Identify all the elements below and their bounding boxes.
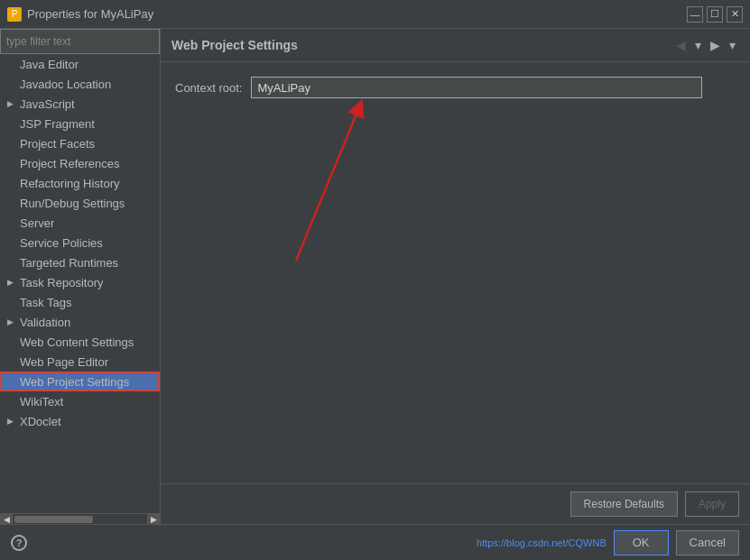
left-panel: Java EditorJavadoc Location▶JavaScriptJS… xyxy=(0,29,161,524)
title-bar-title: Properties for MyALiPay xyxy=(27,7,687,21)
tree-item-run-debug-settings[interactable]: Run/Debug Settings xyxy=(0,193,160,213)
arrow-annotation xyxy=(242,89,386,272)
tree-item-wikitext[interactable]: WikiText xyxy=(0,391,160,411)
nav-buttons: ◀ ▾ ▶ ▾ xyxy=(672,36,739,54)
tree-item-label: Task Tags xyxy=(20,296,72,309)
cancel-button[interactable]: Cancel xyxy=(676,530,739,555)
tree-item-label: Web Project Settings xyxy=(20,375,129,389)
title-bar: P Properties for MyALiPay — ☐ ✕ xyxy=(0,0,750,29)
tree-item-label: JavaScript xyxy=(20,97,75,111)
tree-item-task-tags[interactable]: Task Tags xyxy=(0,292,160,312)
tree-item-arrow: ▶ xyxy=(7,317,18,326)
tree-item-xdoclet[interactable]: ▶XDoclet xyxy=(0,411,160,431)
right-panel: Web Project Settings ◀ ▾ ▶ ▾ Context roo… xyxy=(161,29,750,524)
tree-item-label: Server xyxy=(20,216,54,230)
scroll-track xyxy=(14,516,145,523)
tree-item-project-facets[interactable]: Project Facets xyxy=(0,133,160,153)
tree-item-jsp-fragment[interactable]: JSP Fragment xyxy=(0,114,160,133)
tree-item-javascript[interactable]: ▶JavaScript xyxy=(0,94,160,114)
maximize-button[interactable]: ☐ xyxy=(707,6,723,23)
tree-item-server[interactable]: Server xyxy=(0,213,160,233)
right-content: Context root: xyxy=(161,62,750,483)
tree-item-web-content-settings[interactable]: Web Content Settings xyxy=(0,332,160,352)
tree-item-label: Web Content Settings xyxy=(20,335,134,349)
nav-forward-dropdown-button[interactable]: ▾ xyxy=(726,36,739,54)
tree-item-label: Targeted Runtimes xyxy=(20,256,118,270)
tree-item-label: Task Repository xyxy=(20,276,103,289)
context-root-label: Context root: xyxy=(175,81,242,95)
tree-item-label: Project References xyxy=(20,157,120,170)
tree-item-label: Validation xyxy=(20,316,70,329)
context-root-row: Context root: xyxy=(175,77,736,98)
tree-item-web-project-settings[interactable]: Web Project Settings xyxy=(0,372,160,391)
scroll-right-arrow[interactable]: ▶ xyxy=(147,514,160,525)
bottom-bar: ? https://blog.csdn.net/CQWNB OK Cancel xyxy=(0,524,750,560)
horizontal-scrollbar[interactable]: ◀ ▶ xyxy=(0,513,160,524)
tree-item-arrow: ▶ xyxy=(7,99,18,108)
bottom-left: ? xyxy=(11,535,27,551)
bottom-link: https://blog.csdn.net/CQWNB xyxy=(477,537,606,548)
apply-button[interactable]: Apply xyxy=(685,491,739,517)
tree-item-project-references[interactable]: Project References xyxy=(0,153,160,173)
tree-item-label: Web Page Editor xyxy=(20,355,108,369)
tree-item-label: JSP Fragment xyxy=(20,117,95,131)
nav-back-button[interactable]: ◀ xyxy=(672,36,690,54)
scroll-thumb xyxy=(14,516,93,523)
minimize-button[interactable]: — xyxy=(687,6,703,23)
arrow-svg xyxy=(242,89,386,270)
tree-item-label: Refactoring History xyxy=(20,177,120,190)
tree-item-service-policies[interactable]: Service Policies xyxy=(0,233,160,252)
tree-item-refactoring-history[interactable]: Refactoring History xyxy=(0,173,160,193)
tree-item-java-editor[interactable]: Java Editor xyxy=(0,54,160,74)
tree-item-label: WikiText xyxy=(20,395,63,409)
help-icon[interactable]: ? xyxy=(11,535,27,551)
tree-item-task-repository[interactable]: ▶Task Repository xyxy=(0,272,160,292)
tree-item-label: Java Editor xyxy=(20,58,79,71)
dialog-body: Java EditorJavadoc Location▶JavaScriptJS… xyxy=(0,29,750,524)
tree-container: Java EditorJavadoc Location▶JavaScriptJS… xyxy=(0,54,160,513)
tree-item-arrow: ▶ xyxy=(7,278,18,287)
title-bar-buttons: — ☐ ✕ xyxy=(687,6,743,23)
tree-item-web-page-editor[interactable]: Web Page Editor xyxy=(0,352,160,372)
tree-item-label: Project Facets xyxy=(20,137,95,151)
right-header: Web Project Settings ◀ ▾ ▶ ▾ xyxy=(161,29,750,62)
restore-defaults-button[interactable]: Restore Defaults xyxy=(570,491,678,517)
nav-dropdown-button[interactable]: ▾ xyxy=(691,36,705,54)
app-icon: P xyxy=(7,7,22,22)
tree-item-targeted-runtimes[interactable]: Targeted Runtimes xyxy=(0,252,160,272)
filter-input[interactable] xyxy=(0,29,160,54)
tree-item-validation[interactable]: ▶Validation xyxy=(0,312,160,332)
bottom-right: https://blog.csdn.net/CQWNB OK Cancel xyxy=(477,530,739,555)
context-root-input[interactable] xyxy=(251,77,702,98)
tree-item-label: XDoclet xyxy=(20,415,61,428)
tree-item-arrow: ▶ xyxy=(7,417,18,426)
panel-title: Web Project Settings xyxy=(171,38,298,52)
tree-item-javadoc-location[interactable]: Javadoc Location xyxy=(0,74,160,94)
tree-item-label: Javadoc Location xyxy=(20,78,111,91)
tree-item-label: Run/Debug Settings xyxy=(20,197,125,210)
right-footer: Restore Defaults Apply xyxy=(161,483,750,524)
close-button[interactable]: ✕ xyxy=(727,6,743,23)
scroll-left-arrow[interactable]: ◀ xyxy=(0,514,13,525)
nav-forward-button[interactable]: ▶ xyxy=(707,36,724,54)
tree-item-label: Service Policies xyxy=(20,236,103,250)
ok-button[interactable]: OK xyxy=(614,530,669,555)
svg-line-1 xyxy=(296,107,359,261)
